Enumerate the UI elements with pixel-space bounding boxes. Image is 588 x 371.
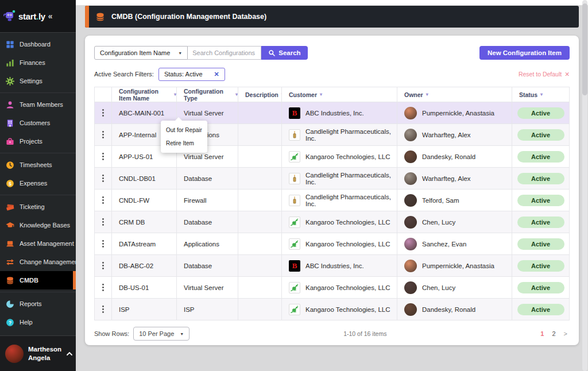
kangaroo-technologies-logo	[289, 151, 300, 163]
remove-filter-icon[interactable]: ✕	[214, 71, 219, 78]
row-actions-button[interactable]	[95, 124, 112, 146]
sidebar-item-settings[interactable]: Settings	[0, 72, 76, 90]
sidebar-item-dashboard[interactable]: Dashboard	[0, 35, 76, 53]
context-menu-item-out-for-repair[interactable]: Out for Repair	[161, 123, 207, 137]
sidebar-item-label: Projects	[20, 138, 42, 145]
page-button-2[interactable]: 2	[552, 330, 555, 337]
sidebar-item-customers[interactable]: Customers	[0, 114, 76, 132]
sidebar-item-label: Help	[20, 319, 33, 326]
search-category-value: Configuration Item Name	[100, 49, 170, 56]
next-page-icon[interactable]: >	[564, 330, 567, 337]
scrollbar-thumb[interactable]	[582, 3, 587, 95]
sidebar-item-knowledge-bases[interactable]: Knowledge Bases	[0, 216, 76, 234]
column-header-label: Configuration Type	[184, 88, 233, 102]
search-button[interactable]: Search	[261, 46, 307, 60]
row-actions-button[interactable]	[95, 277, 112, 299]
ci-name-cell: CRM DB	[112, 211, 177, 233]
sidebar-item-expenses[interactable]: $Expenses	[0, 174, 76, 192]
sort-caret-icon[interactable]: ▾	[426, 92, 428, 97]
ci-type-cell: Database	[177, 168, 238, 190]
sidebar-item-projects[interactable]: Projects	[0, 132, 76, 150]
column-header-status[interactable]: Status▾	[512, 87, 569, 102]
sidebar-collapse-icon[interactable]: «	[48, 11, 53, 21]
row-actions-button[interactable]	[95, 168, 112, 190]
column-header-owner[interactable]: Owner▾	[397, 87, 512, 102]
row-actions-button[interactable]	[95, 211, 112, 233]
search-input[interactable]	[188, 46, 261, 60]
new-configuration-item-button[interactable]: New Configuration Item	[479, 46, 570, 60]
table-row[interactable]: CNDL-DB01DatabaseCandlelight Pharmaceuti…	[95, 168, 569, 190]
column-header-configuration-item-name[interactable]: Configuration Item Name▾	[112, 87, 177, 102]
sort-caret-icon[interactable]: ▾	[174, 92, 176, 97]
table-row[interactable]: DB-US-01Virtual ServerKangaroo Technolog…	[95, 277, 569, 299]
sidebar-item-label: Dashboard	[20, 41, 51, 48]
pagination-range-text: 1-10 of 16 items	[189, 330, 540, 337]
ci-description-cell	[238, 299, 282, 320]
close-icon: ✕	[564, 71, 570, 78]
expenses-icon: $	[5, 179, 14, 188]
customer-name: Kangaroo Technologies, LLC	[305, 153, 390, 160]
sidebar-item-label: Timesheets	[20, 161, 52, 168]
header-accent-bar	[85, 6, 89, 28]
page-button-1[interactable]: 1	[540, 330, 544, 337]
context-menu-item-retire-item[interactable]: Retire Item	[161, 137, 207, 150]
column-header-customer[interactable]: Customer▾	[282, 87, 397, 102]
customer-name: Candlelight Pharmaceuticals, Inc.	[305, 128, 397, 142]
row-actions-button[interactable]	[95, 299, 112, 320]
sidebar-item-finances[interactable]: Finances	[0, 53, 76, 72]
sidebar-item-help[interactable]: ?Help	[0, 313, 76, 331]
table-row[interactable]: CNDL-FWFirewallCandlelight Pharmaceutica…	[95, 190, 569, 211]
sidebar-nav: DashboardFinancesSettingsTeam MembersCus…	[0, 33, 76, 335]
table-row[interactable]: CRM DBDatabaseKangaroo Technologies, LLC…	[95, 211, 569, 233]
search-category-select[interactable]: Configuration Item Name ▼	[94, 46, 188, 60]
table-row[interactable]: DATAstreamApplicationsKangaroo Technolog…	[95, 233, 569, 255]
sort-caret-icon[interactable]: ▾	[235, 92, 238, 97]
row-actions-button[interactable]	[95, 190, 112, 211]
column-header-description[interactable]: Description▾	[238, 87, 282, 102]
active-filters-row: Active Search Filters: Status: Active ✕ …	[94, 67, 570, 81]
user-menu[interactable]: Martheson Angela	[0, 335, 76, 371]
ci-name-cell: DATAstream	[112, 233, 177, 255]
asset-management-icon	[5, 239, 14, 248]
row-actions-button[interactable]	[95, 102, 112, 124]
sidebar-item-label: Knowledge Bases	[20, 222, 70, 229]
status-badge: Active	[517, 129, 564, 141]
sort-caret-icon[interactable]: ▾	[320, 92, 322, 97]
sidebar-item-asset-management[interactable]: Asset Management	[0, 234, 76, 253]
row-actions-button[interactable]	[95, 233, 112, 255]
sidebar-item-cmdb[interactable]: CMDB	[0, 271, 76, 289]
chevron-down-icon: ▼	[180, 332, 184, 336]
sidebar-item-label: Team Members	[20, 101, 63, 108]
projects-icon	[5, 137, 14, 146]
filter-chip-status-active[interactable]: Status: Active ✕	[158, 68, 225, 81]
column-header-configuration-type[interactable]: Configuration Type▾	[177, 87, 238, 102]
owner-avatar	[404, 238, 417, 250]
owner-name: Chen, Lucy	[422, 284, 455, 291]
row-actions-button[interactable]	[95, 146, 112, 168]
kebab-menu-icon	[102, 284, 104, 291]
ci-description-cell	[238, 233, 282, 255]
sidebar-item-team-members[interactable]: Team Members	[0, 95, 76, 114]
owner-cell: Dandesky, Ronald	[397, 299, 512, 320]
abc-industries-logo: B	[289, 107, 300, 119]
kangaroo-technologies-logo	[289, 282, 300, 293]
sidebar-item-reports[interactable]: Reports	[0, 295, 76, 313]
sort-caret-icon[interactable]: ▾	[540, 92, 543, 97]
owner-name: Sanchez, Evan	[422, 241, 466, 248]
column-header-label: Configuration Item Name	[119, 88, 171, 102]
sidebar-item-timesheets[interactable]: Timesheets	[0, 156, 76, 174]
owner-name: Pumpernickle, Anastasia	[422, 262, 494, 269]
table-row[interactable]: DB-ABC-02DatabaseBABC Industries, Inc.Pu…	[95, 255, 569, 277]
owner-name: Warharfteg, Alex	[422, 175, 471, 182]
reset-to-default-link[interactable]: Reset to Default ✕	[519, 71, 570, 78]
page-size-select[interactable]: 10 Per Page ▼	[133, 327, 189, 341]
content-card: Configuration Item Name ▼ Search New Con…	[85, 36, 579, 345]
chevron-up-icon[interactable]	[66, 349, 73, 359]
table-row[interactable]: ISPISPKangaroo Technologies, LLCDandesky…	[95, 299, 569, 320]
customer-cell: Kangaroo Technologies, LLC	[282, 277, 397, 299]
candlelight-pharmaceuticals-logo	[289, 195, 300, 206]
sidebar-item-change-management[interactable]: Change Management	[0, 253, 76, 271]
sidebar-item-ticketing[interactable]: Ticketing	[0, 198, 76, 216]
table-footer: Show Rows: 10 Per Page ▼ 1-10 of 16 item…	[94, 327, 570, 341]
row-actions-button[interactable]	[95, 255, 112, 277]
